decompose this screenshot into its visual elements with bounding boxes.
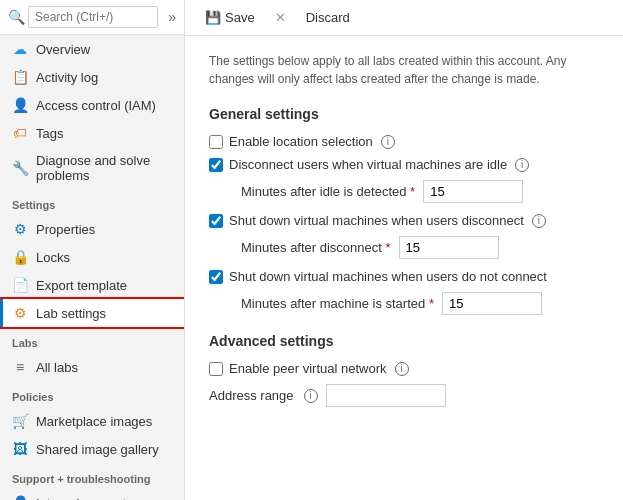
shutdown-no-connect-checkbox[interactable] xyxy=(209,270,223,284)
toolbar-separator: ✕ xyxy=(275,10,286,25)
lab-settings-icon: ⚙ xyxy=(12,305,28,321)
minutes-started-label: Minutes after machine is started * xyxy=(241,296,434,311)
enable-peer-label: Enable peer virtual network xyxy=(229,361,387,376)
settings-section-label: Settings xyxy=(0,189,184,215)
disconnect-idle-info-icon[interactable]: i xyxy=(515,158,529,172)
shutdown-disconnect-checkbox[interactable] xyxy=(209,214,223,228)
enable-peer-row: Enable peer virtual network i xyxy=(209,361,599,376)
sidebar-item-access-control[interactable]: 👤 Access control (IAM) xyxy=(0,91,184,119)
sidebar-item-tags[interactable]: 🏷 Tags xyxy=(0,119,184,147)
sidebar-item-properties[interactable]: ⚙ Properties xyxy=(0,215,184,243)
minutes-disconnect-row: Minutes after disconnect * xyxy=(241,236,599,259)
shutdown-no-connect-label: Shut down virtual machines when users do… xyxy=(229,269,547,284)
properties-icon: ⚙ xyxy=(12,221,28,237)
minutes-idle-required: * xyxy=(410,184,415,199)
enable-location-info-icon[interactable]: i xyxy=(381,135,395,149)
minutes-idle-row: Minutes after idle is detected * xyxy=(241,180,599,203)
sidebar-label-shared-gallery: Shared image gallery xyxy=(36,442,159,457)
diagnose-icon: 🔧 xyxy=(12,160,28,176)
sidebar-label-properties: Properties xyxy=(36,222,95,237)
sidebar-label-lab-settings: Lab settings xyxy=(36,306,106,321)
search-input[interactable] xyxy=(28,6,158,28)
address-range-label: Address range xyxy=(209,388,294,403)
sidebar-label-internal-support: Internal support xyxy=(36,496,126,501)
address-range-row: Address range i xyxy=(209,384,599,407)
discard-label: Discard xyxy=(306,10,350,25)
support-section-label: Support + troubleshooting xyxy=(0,463,184,489)
minutes-disconnect-label-text: Minutes after disconnect xyxy=(241,240,382,255)
minutes-disconnect-label: Minutes after disconnect * xyxy=(241,240,391,255)
shutdown-disconnect-info-icon[interactable]: i xyxy=(532,214,546,228)
sidebar-label-locks: Locks xyxy=(36,250,70,265)
marketplace-icon: 🛒 xyxy=(12,413,28,429)
shared-gallery-icon: 🖼 xyxy=(12,441,28,457)
sidebar-label-all-labs: All labs xyxy=(36,360,78,375)
activity-log-icon: 📋 xyxy=(12,69,28,85)
sidebar-item-shared-image-gallery[interactable]: 🖼 Shared image gallery xyxy=(0,435,184,463)
toolbar: 💾 Save ✕ Discard xyxy=(185,0,623,36)
all-labs-icon: ≡ xyxy=(12,359,28,375)
sidebar-item-all-labs[interactable]: ≡ All labs xyxy=(0,353,184,381)
internal-support-icon: 👤 xyxy=(12,495,28,500)
shutdown-disconnect-label: Shut down virtual machines when users di… xyxy=(229,213,524,228)
main-content: 💾 Save ✕ Discard The settings below appl… xyxy=(185,0,623,500)
address-range-input[interactable] xyxy=(326,384,446,407)
save-label: Save xyxy=(225,10,255,25)
search-icon: 🔍 xyxy=(8,9,24,25)
sidebar: 🔍 » ☁ Overview 📋 Activity log 👤 Access c… xyxy=(0,0,185,500)
disconnect-idle-row: Disconnect users when virtual machines a… xyxy=(209,157,599,172)
policies-section-label: Policies xyxy=(0,381,184,407)
sidebar-item-locks[interactable]: 🔒 Locks xyxy=(0,243,184,271)
enable-location-label: Enable location selection xyxy=(229,134,373,149)
enable-location-row: Enable location selection i xyxy=(209,134,599,149)
sidebar-label-marketplace-images: Marketplace images xyxy=(36,414,152,429)
address-range-info-icon[interactable]: i xyxy=(304,389,318,403)
minutes-started-input[interactable] xyxy=(442,292,542,315)
minutes-started-required: * xyxy=(429,296,434,311)
shutdown-no-connect-row: Shut down virtual machines when users do… xyxy=(209,269,599,284)
cloud-icon: ☁ xyxy=(12,41,28,57)
address-range-label-text: Address range xyxy=(209,388,294,403)
sidebar-label-export-template: Export template xyxy=(36,278,127,293)
collapse-sidebar-icon[interactable]: » xyxy=(168,9,176,25)
minutes-started-row: Minutes after machine is started * xyxy=(241,292,599,315)
sidebar-search-container: 🔍 » xyxy=(0,0,184,35)
sidebar-label-overview: Overview xyxy=(36,42,90,57)
disconnect-idle-checkbox[interactable] xyxy=(209,158,223,172)
sidebar-item-marketplace-images[interactable]: 🛒 Marketplace images xyxy=(0,407,184,435)
sidebar-item-internal-support[interactable]: 👤 Internal support xyxy=(0,489,184,500)
labs-section-label: Labs xyxy=(0,327,184,353)
disconnect-idle-label: Disconnect users when virtual machines a… xyxy=(229,157,507,172)
minutes-idle-label-text: Minutes after idle is detected xyxy=(241,184,406,199)
sidebar-label-diagnose: Diagnose and solve problems xyxy=(36,153,172,183)
minutes-disconnect-required: * xyxy=(386,240,391,255)
sidebar-item-lab-settings[interactable]: ⚙ Lab settings xyxy=(0,299,184,327)
sidebar-item-export-template[interactable]: 📄 Export template xyxy=(0,271,184,299)
settings-content: The settings below apply to all labs cre… xyxy=(185,36,623,500)
minutes-started-label-text: Minutes after machine is started xyxy=(241,296,425,311)
discard-button[interactable]: Discard xyxy=(302,8,354,27)
locks-icon: 🔒 xyxy=(12,249,28,265)
enable-location-checkbox[interactable] xyxy=(209,135,223,149)
enable-peer-info-icon[interactable]: i xyxy=(395,362,409,376)
settings-description: The settings below apply to all labs cre… xyxy=(209,52,599,88)
save-icon: 💾 xyxy=(205,10,221,25)
minutes-idle-label: Minutes after idle is detected * xyxy=(241,184,415,199)
tags-icon: 🏷 xyxy=(12,125,28,141)
sidebar-item-diagnose[interactable]: 🔧 Diagnose and solve problems xyxy=(0,147,184,189)
enable-peer-checkbox[interactable] xyxy=(209,362,223,376)
sidebar-label-activity-log: Activity log xyxy=(36,70,98,85)
advanced-settings-section: Advanced settings Enable peer virtual ne… xyxy=(209,333,599,407)
sidebar-label-tags: Tags xyxy=(36,126,63,141)
sidebar-item-overview[interactable]: ☁ Overview xyxy=(0,35,184,63)
advanced-settings-title: Advanced settings xyxy=(209,333,599,349)
general-settings-title: General settings xyxy=(209,106,599,122)
sidebar-label-access-control: Access control (IAM) xyxy=(36,98,156,113)
minutes-disconnect-input[interactable] xyxy=(399,236,499,259)
minutes-idle-input[interactable] xyxy=(423,180,523,203)
sidebar-item-activity-log[interactable]: 📋 Activity log xyxy=(0,63,184,91)
access-control-icon: 👤 xyxy=(12,97,28,113)
save-button[interactable]: 💾 Save xyxy=(201,8,259,27)
shutdown-disconnect-row: Shut down virtual machines when users di… xyxy=(209,213,599,228)
export-template-icon: 📄 xyxy=(12,277,28,293)
